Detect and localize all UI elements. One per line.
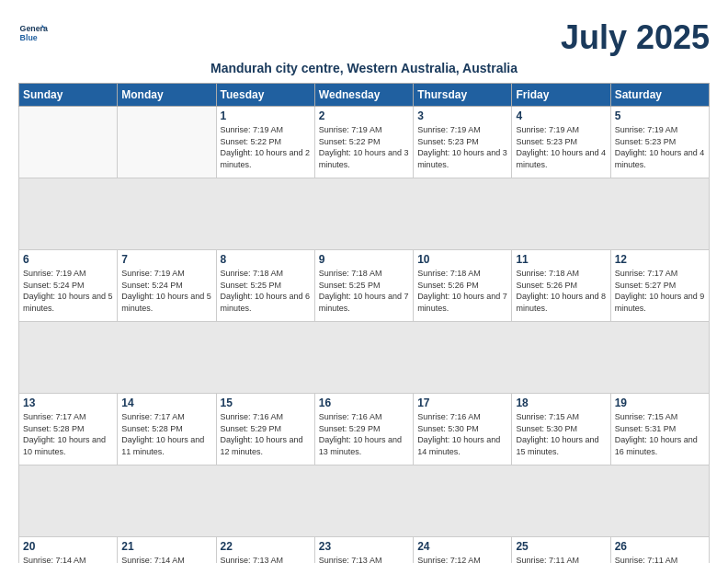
day-info: Sunrise: 7:17 AM Sunset: 5:28 PM Dayligh…: [23, 411, 113, 457]
calendar-cell: 18Sunrise: 7:15 AM Sunset: 5:30 PM Dayli…: [512, 394, 610, 465]
day-number: 2: [319, 109, 409, 122]
day-number: 16: [319, 396, 409, 409]
day-number: 22: [221, 540, 311, 553]
calendar-cell: [19, 107, 118, 178]
calendar-cell: 4Sunrise: 7:19 AM Sunset: 5:23 PM Daylig…: [512, 107, 610, 178]
day-info: Sunrise: 7:19 AM Sunset: 5:23 PM Dayligh…: [417, 124, 507, 170]
calendar-cell: 25Sunrise: 7:11 AM Sunset: 5:35 PM Dayli…: [512, 537, 610, 564]
week-separator: [19, 178, 710, 250]
day-info: Sunrise: 7:19 AM Sunset: 5:23 PM Dayligh…: [516, 124, 606, 170]
day-number: 10: [417, 253, 507, 266]
day-number: 4: [516, 109, 606, 122]
day-number: 12: [615, 253, 705, 266]
calendar-cell: 16Sunrise: 7:16 AM Sunset: 5:29 PM Dayli…: [314, 394, 413, 465]
day-info: Sunrise: 7:13 AM Sunset: 5:33 PM Dayligh…: [221, 555, 311, 563]
week-separator: [19, 465, 710, 537]
calendar-cell: 22Sunrise: 7:13 AM Sunset: 5:33 PM Dayli…: [216, 537, 314, 564]
day-info: Sunrise: 7:18 AM Sunset: 5:26 PM Dayligh…: [516, 268, 606, 314]
day-of-week-header: Thursday: [414, 84, 512, 107]
day-number: 5: [615, 109, 705, 122]
day-info: Sunrise: 7:15 AM Sunset: 5:30 PM Dayligh…: [516, 411, 606, 457]
day-info: Sunrise: 7:17 AM Sunset: 5:28 PM Dayligh…: [121, 411, 211, 457]
day-info: Sunrise: 7:16 AM Sunset: 5:29 PM Dayligh…: [221, 411, 311, 457]
calendar-cell: 5Sunrise: 7:19 AM Sunset: 5:23 PM Daylig…: [610, 107, 709, 178]
day-number: 24: [417, 540, 507, 553]
day-info: Sunrise: 7:19 AM Sunset: 5:22 PM Dayligh…: [221, 124, 311, 170]
day-info: Sunrise: 7:11 AM Sunset: 5:35 PM Dayligh…: [615, 555, 705, 563]
calendar-cell: 6Sunrise: 7:19 AM Sunset: 5:24 PM Daylig…: [19, 250, 118, 322]
day-of-week-header: Monday: [118, 84, 216, 107]
day-number: 13: [23, 396, 113, 409]
day-info: Sunrise: 7:17 AM Sunset: 5:27 PM Dayligh…: [615, 268, 705, 314]
day-number: 11: [516, 253, 606, 266]
svg-text:General: General: [20, 24, 48, 33]
day-number: 19: [615, 396, 705, 409]
day-info: Sunrise: 7:13 AM Sunset: 5:34 PM Dayligh…: [319, 555, 409, 563]
calendar-cell: 12Sunrise: 7:17 AM Sunset: 5:27 PM Dayli…: [610, 250, 709, 322]
day-of-week-header: Saturday: [610, 84, 709, 107]
calendar-cell: 1Sunrise: 7:19 AM Sunset: 5:22 PM Daylig…: [216, 107, 314, 178]
day-number: 21: [121, 540, 211, 553]
calendar-cell: 23Sunrise: 7:13 AM Sunset: 5:34 PM Dayli…: [314, 537, 413, 564]
day-of-week-header: Sunday: [19, 84, 118, 107]
day-number: 26: [615, 540, 705, 553]
calendar-cell: 9Sunrise: 7:18 AM Sunset: 5:25 PM Daylig…: [314, 250, 413, 322]
day-number: 1: [221, 109, 311, 122]
day-number: 7: [121, 253, 211, 266]
day-info: Sunrise: 7:19 AM Sunset: 5:22 PM Dayligh…: [319, 124, 409, 170]
calendar-cell: 26Sunrise: 7:11 AM Sunset: 5:35 PM Dayli…: [610, 537, 709, 564]
day-info: Sunrise: 7:18 AM Sunset: 5:25 PM Dayligh…: [319, 268, 409, 314]
day-number: 3: [417, 109, 507, 122]
day-info: Sunrise: 7:11 AM Sunset: 5:35 PM Dayligh…: [516, 555, 606, 563]
day-number: 17: [417, 396, 507, 409]
day-info: Sunrise: 7:16 AM Sunset: 5:29 PM Dayligh…: [319, 411, 409, 457]
day-number: 20: [23, 540, 113, 553]
day-info: Sunrise: 7:14 AM Sunset: 5:32 PM Dayligh…: [121, 555, 211, 563]
calendar-cell: 15Sunrise: 7:16 AM Sunset: 5:29 PM Dayli…: [216, 394, 314, 465]
calendar-cell: 19Sunrise: 7:15 AM Sunset: 5:31 PM Dayli…: [610, 394, 709, 465]
day-info: Sunrise: 7:19 AM Sunset: 5:24 PM Dayligh…: [23, 268, 113, 314]
day-number: 14: [121, 396, 211, 409]
day-number: 25: [516, 540, 606, 553]
day-of-week-header: Tuesday: [216, 84, 314, 107]
day-number: 23: [319, 540, 409, 553]
day-info: Sunrise: 7:14 AM Sunset: 5:32 PM Dayligh…: [23, 555, 113, 563]
day-info: Sunrise: 7:19 AM Sunset: 5:24 PM Dayligh…: [121, 268, 211, 314]
month-title: July 2025: [561, 18, 710, 57]
day-number: 15: [221, 396, 311, 409]
calendar-cell: 20Sunrise: 7:14 AM Sunset: 5:32 PM Dayli…: [19, 537, 118, 564]
day-info: Sunrise: 7:15 AM Sunset: 5:31 PM Dayligh…: [615, 411, 705, 457]
day-number: 9: [319, 253, 409, 266]
calendar: SundayMondayTuesdayWednesdayThursdayFrid…: [18, 83, 710, 563]
calendar-cell: 24Sunrise: 7:12 AM Sunset: 5:34 PM Dayli…: [414, 537, 512, 564]
calendar-cell: [118, 107, 216, 178]
calendar-cell: 10Sunrise: 7:18 AM Sunset: 5:26 PM Dayli…: [414, 250, 512, 322]
calendar-cell: 11Sunrise: 7:18 AM Sunset: 5:26 PM Dayli…: [512, 250, 610, 322]
day-info: Sunrise: 7:19 AM Sunset: 5:23 PM Dayligh…: [615, 124, 705, 170]
calendar-cell: 13Sunrise: 7:17 AM Sunset: 5:28 PM Dayli…: [19, 394, 118, 465]
svg-text:Blue: Blue: [20, 33, 38, 42]
calendar-cell: 3Sunrise: 7:19 AM Sunset: 5:23 PM Daylig…: [414, 107, 512, 178]
calendar-cell: 21Sunrise: 7:14 AM Sunset: 5:32 PM Dayli…: [118, 537, 216, 564]
logo-icon: General Blue: [18, 18, 48, 48]
day-info: Sunrise: 7:12 AM Sunset: 5:34 PM Dayligh…: [417, 555, 507, 563]
day-of-week-header: Friday: [512, 84, 610, 107]
week-separator: [19, 322, 710, 394]
logo: General Blue: [18, 18, 51, 48]
calendar-cell: 14Sunrise: 7:17 AM Sunset: 5:28 PM Dayli…: [118, 394, 216, 465]
day-number: 18: [516, 396, 606, 409]
day-number: 8: [221, 253, 311, 266]
calendar-cell: 2Sunrise: 7:19 AM Sunset: 5:22 PM Daylig…: [314, 107, 413, 178]
calendar-cell: 7Sunrise: 7:19 AM Sunset: 5:24 PM Daylig…: [118, 250, 216, 322]
calendar-cell: 17Sunrise: 7:16 AM Sunset: 5:30 PM Dayli…: [414, 394, 512, 465]
day-number: 6: [23, 253, 113, 266]
day-info: Sunrise: 7:18 AM Sunset: 5:25 PM Dayligh…: [221, 268, 311, 314]
day-info: Sunrise: 7:18 AM Sunset: 5:26 PM Dayligh…: [417, 268, 507, 314]
day-of-week-header: Wednesday: [314, 84, 413, 107]
calendar-cell: 8Sunrise: 7:18 AM Sunset: 5:25 PM Daylig…: [216, 250, 314, 322]
subtitle: Mandurah city centre, Western Australia,…: [18, 61, 710, 75]
day-info: Sunrise: 7:16 AM Sunset: 5:30 PM Dayligh…: [417, 411, 507, 457]
